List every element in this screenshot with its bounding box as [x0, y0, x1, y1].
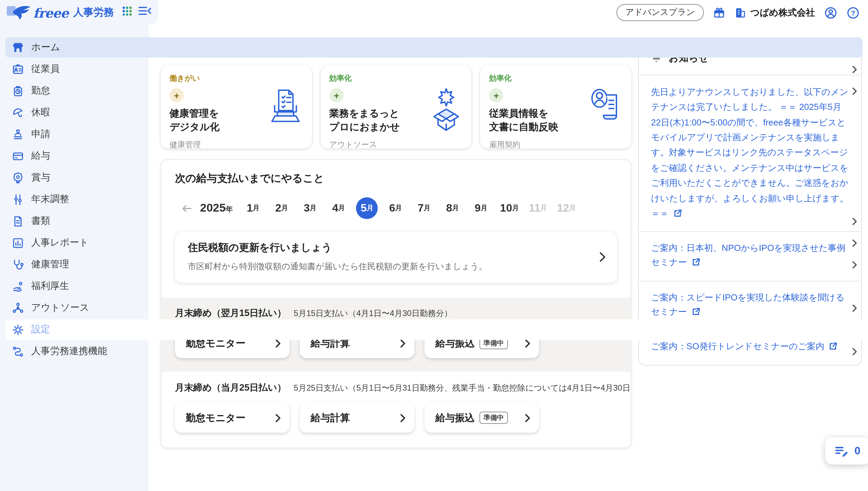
payroll-card-icon [11, 149, 24, 163]
stethoscope-icon [11, 258, 24, 271]
sidebar-item-payroll[interactable]: 給与 [5, 146, 863, 166]
attendance-monitor-button[interactable]: 勤怠モニター [175, 403, 290, 433]
sidebar-item-label: 休暇 [31, 106, 50, 119]
id-card-icon [11, 62, 24, 76]
chevron-right-icon [852, 87, 857, 95]
app-logo[interactable]: freee 人事労務 [7, 0, 114, 25]
sidebar-item-health[interactable]: 健康管理 [5, 254, 863, 275]
app-grid-icon[interactable] [122, 6, 132, 18]
chevron-right-icon [525, 413, 530, 422]
todo-counter-button[interactable]: 0 [825, 437, 868, 465]
chevron-right-icon [852, 65, 857, 73]
sidebar-item-outsource[interactable]: アウトソース [5, 298, 863, 318]
sidebar-item-employees[interactable]: 従業員 [5, 59, 863, 79]
sidebar-item-attendance[interactable]: 勤怠 [5, 81, 863, 101]
network-icon [11, 301, 24, 315]
payroll-calc-button[interactable]: 給与計算 [300, 403, 414, 433]
time-clock-icon [11, 84, 24, 98]
payroll-section-note: 5月25日支払い（5月1日〜5月31日勤務分、残業手当・勤怠控除については4月1… [294, 382, 631, 394]
link-nodes-icon [11, 345, 24, 358]
payroll-section-title: 月末締め（当月25日払い） [175, 382, 286, 394]
payroll-transfer-button[interactable]: 給与振込 準備中 [425, 403, 539, 433]
sidebar-item-documents[interactable]: 書類 [5, 211, 863, 231]
sidebar-item-bonus[interactable]: 賞与 [5, 168, 863, 188]
sidebar-item-vacation[interactable]: 休暇 [5, 102, 863, 123]
sidebar-item-settings[interactable]: 設定 [5, 319, 863, 340]
building-icon [734, 6, 746, 19]
sidebar-item-label: 従業員 [31, 63, 60, 75]
company-name: つばめ株式会社 [750, 6, 815, 19]
user-account-icon[interactable] [824, 6, 837, 19]
hand-heart-icon [11, 279, 24, 293]
gift-icon[interactable] [712, 6, 725, 19]
sliders-icon [11, 193, 24, 206]
sidebar-item-welfare[interactable]: 福利厚生 [5, 276, 863, 296]
payroll-section-25th: 月末締め（当月25日払い） 5月25日支払い（5月1日〜5月31日勤務分、残業手… [161, 372, 631, 433]
sidebar-item-label: 設定 [31, 323, 50, 336]
chevron-right-icon [852, 304, 857, 312]
chevron-right-icon [852, 217, 857, 225]
sidebar-collapse-icon[interactable] [138, 6, 151, 18]
sidebar-menu: ホーム 従業員 勤怠 休暇 申請 [0, 37, 868, 363]
sidebar-item-label: 健康管理 [31, 258, 69, 271]
bar-chart-icon [11, 236, 24, 250]
sidebar-item-label: 申請 [31, 128, 50, 140]
help-icon[interactable]: ? [846, 6, 860, 19]
sidebar-item-label: 勤怠 [31, 85, 50, 97]
sidebar-item-applications[interactable]: 申請 [5, 124, 863, 144]
freee-swallow-icon [12, 4, 32, 21]
sidebar-item-label: 人事レポート [31, 237, 89, 249]
preparing-badge: 準備中 [479, 412, 508, 424]
sidebar-item-hr-report[interactable]: 人事レポート [5, 233, 863, 253]
chevron-right-icon [400, 413, 406, 422]
sidebar-item-integrations[interactable]: 人事労務連携機能 [5, 341, 863, 361]
sidebar-item-label: 書類 [31, 215, 50, 227]
gear-icon [11, 323, 24, 336]
sidebar-item-label: ホーム [31, 41, 60, 54]
sidebar-item-label: 福利厚生 [31, 280, 69, 292]
chevron-right-icon [852, 239, 857, 247]
sidebar-item-label: 年末調整 [31, 193, 69, 205]
chevron-right-icon [275, 413, 281, 422]
home-icon [11, 41, 24, 54]
sidebar-item-label: 給与 [31, 150, 50, 162]
svg-text:?: ? [851, 9, 855, 17]
sidebar-item-year-end-adjustment[interactable]: 年末調整 [5, 189, 863, 210]
plan-badge: アドバンスプラン [616, 4, 704, 21]
company-switcher[interactable]: つばめ株式会社 [734, 6, 815, 19]
sidebar-item-label: アウトソース [31, 302, 89, 314]
sidebar-item-label: 賞与 [31, 172, 50, 184]
top-bar: アドバンスプラン つばめ株式会社 ? [616, 0, 868, 25]
brand-name: freee [33, 5, 68, 20]
stamp-icon [11, 127, 24, 141]
chevron-right-icon [852, 261, 857, 268]
document-icon [11, 214, 24, 228]
umbrella-icon [11, 106, 24, 119]
sidebar-item-label: 人事労務連携機能 [31, 345, 107, 357]
task-list-pencil-icon [835, 445, 848, 457]
sidebar-item-home[interactable]: ホーム [5, 37, 863, 58]
chevron-right-icon [852, 348, 857, 355]
product-name: 人事労務 [73, 6, 114, 19]
medal-icon [11, 171, 24, 184]
todo-count: 0 [854, 445, 861, 457]
page: freee 人事労務 ホーム 従業員 [0, 0, 868, 491]
